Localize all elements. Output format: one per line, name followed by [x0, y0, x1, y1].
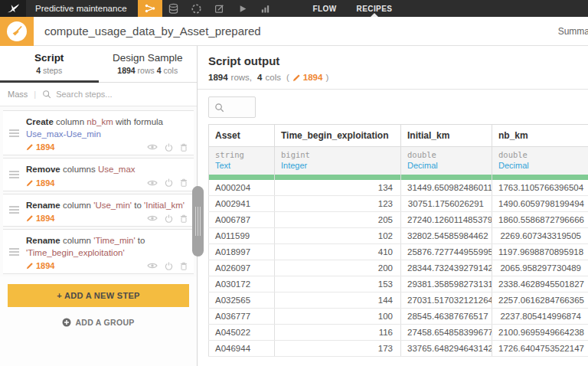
jobs-icon[interactable]	[185, 0, 208, 17]
table-cell: 2338.4628945501827	[492, 276, 588, 292]
column-header[interactable]: Asset	[209, 125, 275, 147]
table-cell: A045022	[209, 325, 275, 341]
table-cell: 134	[275, 180, 401, 196]
meaning-link[interactable]: Decimal	[492, 159, 588, 175]
modified-rows-badge[interactable]: 1894	[26, 261, 54, 270]
table-row: A01899741025876.7277449559951197.9698870…	[209, 244, 588, 260]
meaning-row: TextIntegerDecimalDecimal	[209, 159, 588, 175]
storage-type: double	[401, 147, 492, 160]
table-cell: 25876.727744955995	[401, 244, 492, 260]
preview-eye-icon[interactable]	[147, 179, 158, 187]
disable-power-icon[interactable]	[165, 143, 173, 152]
app-window: Predictive maintenance	[0, 0, 588, 366]
steps-filter-bar: Mass |	[0, 83, 197, 106]
modified-rows-badge[interactable]: 1894	[26, 214, 54, 223]
pencil-icon	[26, 262, 34, 270]
add-new-step-button[interactable]: + ADD A NEW STEP	[8, 284, 189, 307]
script-panel: Script 4 steps Design Sample 1894 rows 4…	[0, 46, 198, 366]
table-cell: A006787	[209, 212, 275, 228]
summary-link[interactable]: Summa	[558, 26, 588, 37]
project-name[interactable]: Predictive maintenance	[26, 4, 138, 13]
column-header[interactable]: Initial_km	[401, 125, 492, 147]
preview-eye-icon[interactable]	[147, 143, 158, 151]
preview-eye-icon[interactable]	[147, 214, 158, 222]
table-cell: 28344.732439279142	[401, 260, 492, 276]
script-step[interactable]: Rename column 'Use_min' to 'Initial_km' …	[3, 194, 194, 227]
script-step[interactable]: Remove columns Use_max 1894	[3, 158, 194, 191]
table-cell: 116	[275, 325, 401, 341]
scenarios-icon[interactable]	[231, 0, 254, 17]
recipe-title: compute_usage_data_by_Asset_prepared	[34, 25, 261, 38]
nav-item-flow[interactable]: FLOW	[303, 0, 347, 17]
step-description: Rename column 'Time_min' to 'Time_begin_…	[26, 235, 188, 259]
disable-power-icon[interactable]	[165, 262, 173, 270]
delete-trash-icon[interactable]	[180, 143, 188, 152]
disable-power-icon[interactable]	[165, 214, 173, 223]
table-row: A00020413431449.6509824860111763.1105766…	[209, 180, 588, 196]
delete-trash-icon[interactable]	[180, 214, 188, 223]
dataiku-logo[interactable]	[0, 0, 26, 17]
table-cell: 29381.358598273131	[401, 276, 492, 292]
modified-rows-badge[interactable]: 1894	[26, 142, 54, 152]
modified-rows-badge[interactable]: 1894	[26, 178, 54, 188]
datasets-icon[interactable]	[162, 0, 185, 17]
table-cell: 33765.648294643142	[401, 341, 492, 357]
table-row: A04502211627458.6548583996772100.9695949…	[209, 325, 588, 341]
modified-rows-badge[interactable]: 1894	[292, 73, 323, 82]
recipe-header: compute_usage_data_by_Asset_prepared Sum…	[0, 17, 588, 46]
tab-script[interactable]: Script 4 steps	[0, 46, 99, 82]
table-cell: 31449.650982486011	[401, 180, 492, 196]
table-cell: 2100.9695949664238	[492, 325, 588, 341]
table-cell: A000204	[209, 180, 275, 196]
search-steps-input[interactable]	[56, 90, 163, 99]
table-row: A03677710028545.463876765172237.80541499…	[209, 309, 588, 325]
table-row: A03256514427031.5170321212642257.0616284…	[209, 292, 588, 309]
drag-handle-icon[interactable]	[9, 206, 19, 214]
drag-handle-icon[interactable]	[9, 129, 19, 137]
recipe-flow-icon[interactable]	[138, 0, 162, 17]
nav-item-recipes[interactable]: RECIPES	[347, 0, 403, 17]
column-header[interactable]: Time_begin_exploitation	[275, 125, 401, 147]
mass-actions-link[interactable]: Mass	[8, 90, 28, 99]
search-icon	[214, 103, 224, 113]
meaning-link[interactable]: Decimal	[401, 159, 492, 175]
script-step[interactable]: Create column nb_km with formula Use_max…	[3, 110, 194, 155]
bird-logo-icon	[7, 3, 20, 14]
drag-handle-icon[interactable]	[9, 171, 19, 178]
panel-resize-handle[interactable]	[192, 186, 204, 257]
tab-design-sample[interactable]: Design Sample 1894 rows 4 cols	[99, 46, 198, 82]
pencil-icon	[26, 214, 34, 222]
validity-bar	[401, 175, 492, 180]
table-cell: 28545.46387676517	[401, 309, 492, 325]
table-cell: 27240.126011485379	[401, 212, 492, 228]
filter-separator: |	[34, 90, 36, 99]
meaning-link[interactable]: Integer	[275, 159, 401, 175]
drag-handle-icon[interactable]	[9, 248, 19, 256]
panel-tabs: Script 4 steps Design Sample 1894 rows 4…	[0, 46, 197, 83]
table-toolbar	[198, 90, 588, 124]
table-row: A03017215329381.3585982731312338.4628945…	[209, 276, 588, 292]
delete-trash-icon[interactable]	[180, 178, 188, 187]
table-search-input[interactable]	[208, 96, 256, 118]
table-cell: 1860.5586872796666	[492, 212, 588, 228]
column-header[interactable]: nb_km	[492, 125, 588, 147]
table-cell: 1197.9698870895918	[492, 244, 588, 260]
add-group-button[interactable]: ADD A GROUP	[62, 318, 134, 327]
table-cell: 2237.805414996874	[492, 309, 588, 325]
active-menu-caret	[371, 13, 378, 17]
script-step[interactable]: Rename column 'Time_min' to 'Time_begin_…	[3, 229, 194, 274]
prepare-recipe-icon[interactable]	[0, 17, 34, 46]
preview-eye-icon[interactable]	[147, 262, 158, 270]
meaning-link[interactable]: Text	[209, 159, 275, 175]
notebooks-icon[interactable]	[208, 0, 231, 17]
table-cell: 2269.607343319505	[492, 228, 588, 244]
dashboards-icon[interactable]	[254, 0, 277, 17]
output-title: Script output	[208, 54, 577, 67]
data-table-container: AssetTime_begin_exploitationInitial_kmnb…	[198, 124, 588, 366]
delete-trash-icon[interactable]	[180, 262, 188, 270]
table-row: A01159910232802.545859844622269.60734331…	[209, 228, 588, 244]
table-row: A00294112330751.17560262911490.605979819…	[209, 196, 588, 212]
nav-menu: FLOW RECIPES	[303, 0, 403, 17]
disable-power-icon[interactable]	[165, 178, 173, 187]
output-stats: 1894rows, 4cols ( 1894 )	[208, 73, 577, 82]
